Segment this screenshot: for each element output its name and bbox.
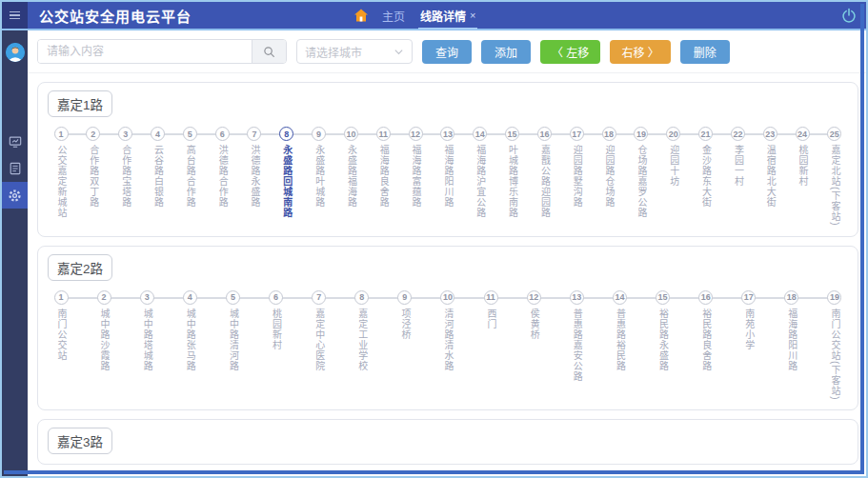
stop-name: 城中路张马路: [184, 309, 195, 371]
route-stop[interactable]: 8永盛路回城南路: [279, 127, 294, 227]
gear-icon: [8, 189, 22, 203]
search-box: [37, 39, 287, 64]
city-select[interactable]: 请选择城市: [296, 39, 413, 64]
route-stop[interactable]: 3合作路宝塔路: [118, 127, 133, 227]
main-area: 请选择城市 查询 添加 〈 左移 右移 〉 删除 嘉定1路 1公交嘉定新城站2合…: [2, 30, 866, 476]
stop-number: 8: [279, 127, 293, 141]
route-stop[interactable]: 10清河路清水路: [440, 290, 455, 401]
stop-number: 12: [527, 290, 541, 305]
route-name-tag: 嘉定2路: [48, 254, 112, 281]
route-stop[interactable]: 4云谷路白银路: [150, 127, 165, 227]
route-stop[interactable]: 11西门: [483, 290, 498, 401]
route-stop[interactable]: 8嘉定工业学校: [354, 290, 370, 401]
route-stop[interactable]: 19仓场路嘉罗公路: [634, 127, 649, 227]
stop-name: 侯黄桥: [528, 309, 539, 340]
route-stop[interactable]: 6洪德路合作路: [214, 127, 230, 227]
stop-number: 2: [86, 127, 100, 141]
route-name: 嘉定1路: [57, 98, 103, 112]
stop-number: 16: [537, 127, 552, 141]
horizontal-scrollbar[interactable]: [4, 470, 864, 474]
top-navbar: 公交站安全用电云平台 主页 线路详情 ×: [2, 2, 866, 30]
route-stop[interactable]: 9项泾桥: [397, 290, 413, 401]
route-stop[interactable]: 17南苑小学: [741, 290, 757, 401]
menu-toggle-button[interactable]: [2, 2, 28, 29]
route-stop[interactable]: 18福海路阳川路: [784, 290, 799, 401]
stops-row: 1公交嘉定新城站2合作路双丁路3合作路宝塔路4云谷路白银路5高台路合作路6洪德路…: [48, 127, 848, 227]
route-stop[interactable]: 5高台路合作路: [182, 127, 197, 227]
app-title: 公交站安全用电云平台: [39, 6, 192, 26]
stop-name: 福海路阳川路: [786, 309, 797, 371]
route-name: 嘉定2路: [57, 262, 103, 276]
stop-name: 城中路沙霞路: [98, 309, 110, 371]
stop-number: 7: [312, 290, 326, 305]
hamburger-icon: [10, 11, 20, 20]
route-card: 嘉定3路: [37, 419, 858, 465]
route-stop[interactable]: 5城中路清河路: [225, 290, 240, 401]
route-stop[interactable]: 9永盛路叶城路: [312, 127, 327, 227]
stop-number: 21: [698, 127, 713, 141]
power-icon[interactable]: [841, 8, 857, 23]
route-stop[interactable]: 24桃园新村: [795, 127, 810, 227]
route-stop[interactable]: 25嘉定北站(下客站): [827, 127, 842, 227]
route-stop[interactable]: 15叶城路博乐南路: [505, 127, 520, 227]
tab-close-icon[interactable]: ×: [470, 10, 475, 21]
route-stop[interactable]: 1南门公交站: [53, 290, 69, 401]
user-avatar[interactable]: [6, 43, 25, 62]
vertical-scrollbar[interactable]: [860, 4, 864, 474]
sidebar-item-dashboard[interactable]: [2, 129, 28, 155]
route-stop[interactable]: 6桃园新村: [269, 290, 284, 401]
route-stop[interactable]: 16嘉戬公路迎园路: [536, 127, 552, 227]
stop-number: 11: [376, 127, 391, 141]
stop-name: 合作路宝塔路: [120, 145, 131, 208]
route-stop[interactable]: 22李园一村: [730, 127, 745, 227]
route-stop[interactable]: 19南门公交站(下客站): [827, 290, 842, 401]
route-stop[interactable]: 7嘉定中心医院: [312, 290, 327, 401]
stop-number: 17: [570, 127, 584, 141]
delete-button[interactable]: 删除: [680, 40, 730, 64]
route-stop[interactable]: 12侯黄桥: [526, 290, 541, 401]
route-stop[interactable]: 3城中路塔城路: [139, 290, 154, 401]
route-stop[interactable]: 21金沙路东大街: [698, 127, 714, 227]
stop-number: 10: [440, 290, 454, 305]
route-stop[interactable]: 10永盛路福海路: [343, 127, 358, 227]
query-button[interactable]: 查询: [422, 40, 472, 64]
stop-number: 6: [215, 127, 230, 141]
route-stop[interactable]: 1公交嘉定新城站: [53, 127, 69, 227]
route-stop[interactable]: 12福海路富蕴路: [408, 127, 423, 227]
route-stop[interactable]: 2城中路沙霞路: [96, 290, 111, 401]
search-button[interactable]: [252, 40, 286, 63]
tab-route-details[interactable]: 线路详情 ×: [418, 3, 477, 30]
route-stop[interactable]: 14福海路沪宜公路: [473, 127, 488, 227]
route-stop[interactable]: 15裕民路永盛路: [656, 290, 671, 401]
move-left-button[interactable]: 〈 左移: [540, 40, 600, 64]
route-stop[interactable]: 4城中路张马路: [182, 290, 197, 401]
move-right-button[interactable]: 右移 〉: [610, 40, 670, 64]
stop-number: 18: [784, 290, 798, 305]
stop-name: 福海路沪宜公路: [474, 145, 486, 218]
route-stop[interactable]: 7洪德路永盛路: [247, 127, 262, 227]
stop-name: 公交嘉定新城站: [55, 145, 67, 218]
route-stop[interactable]: 17迎园路墅沟路: [569, 127, 584, 227]
stop-name: 南门公交站: [55, 309, 67, 361]
search-input[interactable]: [38, 40, 252, 63]
stop-number: 23: [763, 127, 777, 141]
route-stop[interactable]: 23温宿路北大街: [762, 127, 777, 227]
sidebar-menu: [2, 129, 28, 209]
stop-number: 15: [505, 127, 519, 141]
route-stop[interactable]: 2合作路双丁路: [86, 127, 101, 227]
route-stop[interactable]: 14普惠路裕民路: [612, 290, 627, 401]
stop-number: 18: [602, 127, 616, 141]
route-stop[interactable]: 16裕民路良舍路: [698, 290, 714, 401]
route-stop[interactable]: 18迎园路仓场路: [601, 127, 616, 227]
sidebar-item-document[interactable]: [2, 155, 28, 182]
route-stop[interactable]: 13福海路阳川路: [440, 127, 455, 227]
tab-home[interactable]: 主页: [382, 2, 405, 29]
stop-number: 11: [484, 290, 498, 305]
stop-name: 西门: [485, 309, 496, 329]
home-icon: [353, 8, 369, 23]
route-stop[interactable]: 11福海路良舍路: [375, 127, 391, 227]
sidebar-item-settings[interactable]: [2, 182, 28, 209]
route-stop[interactable]: 20迎园十坊: [666, 127, 681, 227]
add-button[interactable]: 添加: [481, 40, 531, 64]
route-stop[interactable]: 13普惠路嘉安公路: [569, 290, 584, 401]
